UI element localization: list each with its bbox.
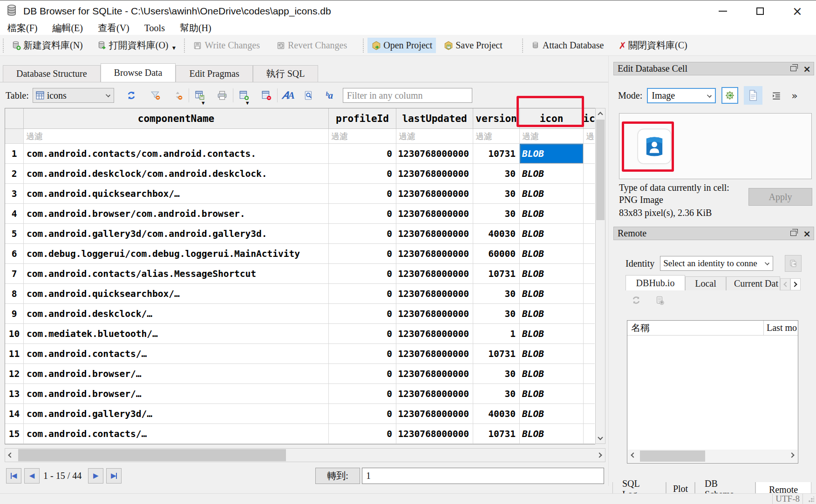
cell-lastupdated[interactable]: 1230768000000 bbox=[396, 284, 473, 304]
cell-version[interactable]: 10731 bbox=[473, 144, 520, 164]
column-header-icon[interactable]: icon bbox=[520, 108, 584, 129]
cell-profileid[interactable]: 0 bbox=[329, 264, 396, 284]
close-panel-icon[interactable]: × bbox=[803, 63, 811, 74]
row-number[interactable]: 14 bbox=[5, 404, 24, 424]
column-header-componentname[interactable]: componentName bbox=[24, 108, 329, 129]
clear-filters-button[interactable] bbox=[149, 88, 163, 102]
cell-version[interactable]: 30 bbox=[473, 204, 520, 224]
cell-icon-blob[interactable]: BLOB bbox=[520, 404, 584, 424]
cell-partial[interactable] bbox=[584, 184, 595, 204]
row-number[interactable]: 8 bbox=[5, 284, 24, 304]
row-number[interactable]: 13 bbox=[5, 384, 24, 404]
column-header-lastupdated[interactable]: lastUpdated bbox=[396, 108, 473, 129]
tab-dbhub[interactable]: DBHub.io bbox=[626, 275, 685, 290]
row-number[interactable]: 10 bbox=[5, 324, 24, 344]
cell-profileid[interactable]: 0 bbox=[329, 304, 396, 324]
cell-partial[interactable] bbox=[584, 144, 595, 164]
cell-version[interactable]: 40030 bbox=[473, 404, 520, 424]
export-dropdown-icon[interactable]: ▼ bbox=[201, 100, 206, 106]
cell-icon-blob[interactable]: BLOB bbox=[520, 244, 584, 264]
cell-lastupdated[interactable]: 1230768000000 bbox=[396, 424, 473, 444]
tab-execute-sql[interactable]: 執行 SQL bbox=[253, 65, 319, 82]
cell-profileid[interactable]: 0 bbox=[329, 364, 396, 384]
attach-database-button[interactable]: Attach Database bbox=[527, 38, 608, 53]
more-tools-button[interactable]: » bbox=[791, 90, 797, 101]
prev-page-button[interactable]: ◀ bbox=[24, 468, 40, 484]
filter-profileid[interactable]: 過濾 bbox=[329, 129, 396, 144]
row-number[interactable]: 5 bbox=[5, 224, 24, 244]
encoding-label[interactable]: UTF-8 bbox=[772, 494, 803, 504]
row-number[interactable]: 3 bbox=[5, 184, 24, 204]
cell-lastupdated[interactable]: 1230768000000 bbox=[396, 364, 473, 384]
word-wrap-button[interactable] bbox=[768, 87, 785, 104]
cell-version[interactable]: 30 bbox=[473, 364, 520, 384]
cell-icon-blob[interactable]: BLOB bbox=[520, 364, 584, 384]
column-header-version[interactable]: version bbox=[473, 108, 520, 129]
tab-database-structure[interactable]: Database Structure bbox=[3, 65, 101, 82]
filter-input[interactable] bbox=[343, 88, 472, 103]
cell-profileid[interactable]: 0 bbox=[329, 324, 396, 344]
tab-scroll-right-button[interactable] bbox=[790, 278, 801, 290]
edit-display-format-button[interactable]: 𝐴A bbox=[281, 88, 295, 102]
cell-profileid[interactable]: 0 bbox=[329, 224, 396, 244]
cell-partial[interactable] bbox=[584, 304, 595, 324]
menu-tools[interactable]: Tools bbox=[143, 23, 167, 34]
print-button[interactable] bbox=[215, 88, 229, 102]
cell-componentname[interactable]: com.android.browser/com.android.browser. bbox=[24, 204, 329, 224]
cell-partial[interactable] bbox=[584, 164, 595, 184]
toolbar-drag-handle[interactable] bbox=[363, 39, 366, 53]
cell-version[interactable]: 30 bbox=[473, 284, 520, 304]
row-number[interactable]: 7 bbox=[5, 264, 24, 284]
cell-lastupdated[interactable]: 1230768000000 bbox=[396, 304, 473, 324]
cell-icon-blob[interactable]: BLOB bbox=[520, 424, 584, 444]
float-panel-icon[interactable] bbox=[790, 66, 796, 71]
cell-icon-blob[interactable]: BLOB bbox=[520, 344, 584, 364]
toolbar-drag-handle[interactable] bbox=[3, 39, 6, 53]
cell-version[interactable]: 30 bbox=[473, 384, 520, 404]
cell-partial[interactable] bbox=[584, 364, 595, 384]
cell-componentname[interactable]: com.android.gallery3d/com.android.galler… bbox=[24, 224, 329, 244]
dock-splitter[interactable] bbox=[608, 56, 612, 486]
last-page-button[interactable]: ▶ bbox=[106, 468, 122, 484]
remote-list-horizontal-scrollbar[interactable] bbox=[628, 450, 797, 463]
find-in-table-button[interactable] bbox=[302, 88, 316, 102]
cell-componentname[interactable]: com.android.deskclock/com.android.deskcl… bbox=[24, 164, 329, 184]
column-header-partial[interactable]: ic bbox=[584, 108, 595, 129]
open-database-button[interactable]: 打開資料庫(O) ▼ bbox=[93, 37, 182, 54]
cell-profileid[interactable]: 0 bbox=[329, 344, 396, 364]
cell-lastupdated[interactable]: 1230768000000 bbox=[396, 384, 473, 404]
cell-lastupdated[interactable]: 1230768000000 bbox=[396, 244, 473, 264]
cell-icon-blob[interactable]: BLOB bbox=[520, 284, 584, 304]
scroll-down-button[interactable] bbox=[596, 433, 605, 444]
cell-lastupdated[interactable]: 1230768000000 bbox=[396, 224, 473, 244]
clear-sorting-button[interactable] bbox=[171, 88, 185, 102]
cell-lastupdated[interactable]: 1230768000000 bbox=[396, 184, 473, 204]
vertical-scroll-thumb[interactable] bbox=[596, 120, 605, 220]
cell-partial[interactable] bbox=[584, 224, 595, 244]
menu-file[interactable]: 檔案(F) bbox=[6, 22, 39, 34]
tab-browse-data[interactable]: Browse Data bbox=[101, 63, 176, 82]
text-mode-button[interactable] bbox=[744, 86, 762, 105]
cell-profileid[interactable]: 0 bbox=[329, 404, 396, 424]
tab-edit-pragmas[interactable]: Edit Pragmas bbox=[176, 65, 252, 82]
cell-componentname[interactable]: com.android.browser/… bbox=[24, 364, 329, 384]
cell-version[interactable]: 30 bbox=[473, 184, 520, 204]
cell-lastupdated[interactable]: 1230768000000 bbox=[396, 324, 473, 344]
cell-componentname[interactable]: com.android.contacts/com.android.contact… bbox=[24, 144, 329, 164]
delete-record-button[interactable] bbox=[259, 88, 273, 102]
new-database-button[interactable]: 新建資料庫(N) bbox=[7, 37, 87, 54]
cell-partial[interactable] bbox=[584, 264, 595, 284]
cell-profileid[interactable]: 0 bbox=[329, 424, 396, 444]
close-button[interactable]: × bbox=[779, 0, 816, 22]
cell-componentname[interactable]: com.android.contacts/… bbox=[24, 344, 329, 364]
horizontal-scroll-thumb[interactable] bbox=[640, 450, 705, 462]
cell-componentname[interactable]: com.android.quicksearchbox/… bbox=[24, 184, 329, 204]
cell-partial[interactable] bbox=[584, 424, 595, 444]
tab-local[interactable]: Local bbox=[685, 276, 726, 290]
close-panel-icon[interactable]: × bbox=[803, 228, 811, 239]
cell-componentname[interactable]: com.android.browser/… bbox=[24, 384, 329, 404]
mode-select[interactable]: Image bbox=[647, 88, 716, 103]
cell-lastupdated[interactable]: 1230768000000 bbox=[396, 144, 473, 164]
row-number[interactable]: 9 bbox=[5, 304, 24, 324]
float-panel-icon[interactable] bbox=[790, 231, 796, 236]
